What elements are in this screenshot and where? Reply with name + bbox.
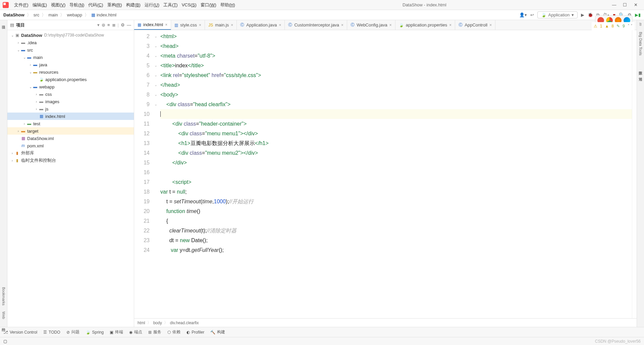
bottom-tool[interactable]: 🍃Spring xyxy=(86,330,104,335)
window-title: DataShow - index.html xyxy=(237,2,612,7)
editor-tab[interactable]: JSmain.js× xyxy=(205,20,237,30)
bottom-tool[interactable]: ◉端点 xyxy=(129,329,142,335)
inspection-indicators[interactable]: ⚠1 ▲8 ✎9 ˄ ˅ xyxy=(592,22,635,30)
breadcrumb[interactable]: DataShow 〉src 〉main 〉webapp 〉▦index.html xyxy=(3,12,116,18)
sidebar-title[interactable]: 项目 xyxy=(16,22,95,28)
tree-row[interactable]: ›▬images xyxy=(7,98,134,105)
run-config-selector[interactable]: 🍃Application▾ xyxy=(537,11,578,18)
nav-toolbar: DataShow 〉src 〉main 〉webapp 〉▦index.html… xyxy=(0,10,644,20)
line-gutter[interactable]: 23456789101112131415161718192021222324 xyxy=(134,30,154,318)
close-icon[interactable]: × xyxy=(341,23,343,27)
svg-rect-1 xyxy=(3,3,6,5)
tree-row[interactable]: ›▬test xyxy=(7,120,134,127)
tree-row[interactable]: ›▬js xyxy=(7,105,134,113)
editor-area: ▦index.html×▥style.css×JSmain.js×ⒸApplic… xyxy=(134,20,637,327)
tree-extra[interactable]: ›▮外部库 xyxy=(7,149,134,157)
tree-row[interactable]: mpom.xml xyxy=(7,142,134,149)
hide-button[interactable]: — xyxy=(127,22,131,27)
code-editor[interactable]: 23456789101112131415161718192021222324 ⌄… xyxy=(134,30,637,318)
target-icon[interactable]: ⊚ xyxy=(102,22,105,27)
close-icon[interactable]: × xyxy=(449,23,451,27)
run-anything-icon[interactable]: ▶▮ xyxy=(635,12,641,17)
menu-item[interactable]: 文件(F) xyxy=(12,2,31,7)
left-tool-web[interactable]: Web xyxy=(2,312,6,319)
user-icon[interactable]: 👤▾ xyxy=(519,12,527,17)
tree-row[interactable]: ⌄▬webapp xyxy=(7,83,134,90)
tree-extra[interactable]: ›▮临时文件和控制台 xyxy=(7,157,134,164)
tree-row[interactable]: ›▬.idea xyxy=(7,39,134,46)
editor-tab[interactable]: ⒸAppControll× xyxy=(455,20,495,30)
expand-all-icon[interactable]: ≡ xyxy=(107,22,110,27)
close-icon[interactable]: × xyxy=(489,23,492,27)
menu-item[interactable]: 帮助(H) xyxy=(218,2,237,7)
structure-breadcrumb[interactable]: html〉 body〉 div.head.clearfix xyxy=(134,318,637,327)
tree-row[interactable]: ⌄▬main xyxy=(7,54,134,61)
chevron-updown-icon[interactable]: ˄ ˅ xyxy=(628,24,633,28)
tree-row[interactable]: ⌄▬resources xyxy=(7,68,134,76)
tree-row[interactable]: ›▬target xyxy=(7,127,134,135)
debug-button[interactable]: 🐞 xyxy=(588,12,593,17)
maximize-button[interactable]: ☐ xyxy=(623,2,627,7)
bottom-tool[interactable]: 🔨构建 xyxy=(210,329,225,335)
menu-item[interactable]: 构建(B) xyxy=(124,2,143,7)
tree-row[interactable]: ›▬css xyxy=(7,90,134,98)
right-tool-strip: m Big Data Tools 数据库 通知 xyxy=(637,20,644,327)
menu-item[interactable]: VCS(S) xyxy=(180,2,199,7)
chevron-down-icon[interactable]: ▾ xyxy=(97,22,100,27)
close-icon[interactable]: × xyxy=(279,23,281,27)
close-icon[interactable]: × xyxy=(389,23,392,27)
bottom-tool[interactable]: ⎇Version Control xyxy=(3,330,37,335)
editor-tab[interactable]: ⒸApplication.java× xyxy=(237,20,285,30)
bottom-tool[interactable]: ▣终端 xyxy=(110,329,123,335)
fold-gutter[interactable]: ⌄⌄⌄⌄⌄⌄⌄⌄ xyxy=(154,30,160,318)
tree-row[interactable]: ▦index.html xyxy=(7,113,134,120)
left-tool-bookmarks[interactable]: Bookmarks xyxy=(2,287,6,305)
editor-tabs: ▦index.html×▥style.css×JSmain.js×ⒸApplic… xyxy=(134,20,637,30)
status-bar: ▢ CSDN @Pseudo_lover56 xyxy=(0,337,644,345)
bottom-tool[interactable]: ◐Profiler xyxy=(186,330,204,335)
editor-tab[interactable]: ⒸWebConfig.java× xyxy=(347,20,395,30)
menubar: 文件(F)编辑(E)视图(V)导航(N)代码(C)重构(R)构建(B)运行(U)… xyxy=(12,2,237,8)
editor-tab[interactable]: ▥style.css× xyxy=(171,20,205,30)
close-icon[interactable]: × xyxy=(231,23,233,27)
editor-tab[interactable]: 🍃application.properties× xyxy=(395,20,455,30)
tree-root[interactable]: ⌄▣DataShowD:\rtsy\bysj\7738-code\DataSho… xyxy=(7,31,134,39)
menu-item[interactable]: 导航(N) xyxy=(67,2,86,7)
breadcrumb-root[interactable]: DataShow xyxy=(3,12,24,17)
bottom-tool[interactable]: ⊞服务 xyxy=(148,329,161,335)
titlebar: 文件(F)编辑(E)视图(V)导航(N)代码(C)重构(R)构建(B)运行(U)… xyxy=(0,0,644,10)
editor-tab[interactable]: ▦index.html× xyxy=(134,20,171,30)
bottom-tool[interactable]: ⬡依赖 xyxy=(167,329,180,335)
menu-item[interactable]: 工具(T) xyxy=(161,2,180,7)
tree-row[interactable]: ›▬java xyxy=(7,61,134,68)
right-tool-bigdata[interactable]: Big Data Tools xyxy=(639,32,643,56)
menu-item[interactable]: 运行(U) xyxy=(143,2,161,7)
tree-row[interactable]: 🍃application.properties xyxy=(7,76,134,83)
bottom-tool[interactable]: ☰TODO xyxy=(43,330,60,335)
right-tool-maven[interactable]: m xyxy=(639,23,643,26)
close-icon[interactable]: × xyxy=(165,22,167,27)
bottom-tool[interactable]: ⊘问题 xyxy=(66,329,79,335)
marker-stripe[interactable] xyxy=(632,30,637,318)
tree-row[interactable]: ⌄▬src xyxy=(7,46,134,54)
run-button[interactable]: ▶ xyxy=(581,12,584,17)
collapse-all-icon[interactable]: ≣ xyxy=(112,22,116,27)
menu-item[interactable]: 编辑(E) xyxy=(31,2,49,7)
code-content[interactable]: <html><head><meta charset="utf-8"><title… xyxy=(160,30,632,318)
menu-item[interactable]: 重构(R) xyxy=(105,2,124,7)
status-icon[interactable]: ▢ xyxy=(3,339,7,344)
gear-icon[interactable]: ⚙ xyxy=(121,22,125,27)
menu-item[interactable]: 代码(C) xyxy=(86,2,105,7)
ide-logo-icon xyxy=(3,2,9,8)
tree-row[interactable]: ▩DataShow.iml xyxy=(7,135,134,142)
back-arrow-icon[interactable]: ↩ xyxy=(530,12,534,17)
project-view-icon: ▤ xyxy=(10,22,14,27)
menu-item[interactable]: 视图(V) xyxy=(49,2,67,7)
menu-item[interactable]: 窗口(W) xyxy=(199,2,218,7)
close-button[interactable]: ✕ xyxy=(633,2,638,7)
left-tool-strip: 项目 Bookmarks Web 结构 xyxy=(0,20,7,327)
project-tree[interactable]: ⌄▣DataShowD:\rtsy\bysj\7738-code\DataSho… xyxy=(7,30,134,327)
close-icon[interactable]: × xyxy=(199,23,201,27)
minimize-button[interactable]: — xyxy=(612,2,616,7)
editor-tab[interactable]: ⒸCustomInterceptor.java× xyxy=(285,20,347,30)
